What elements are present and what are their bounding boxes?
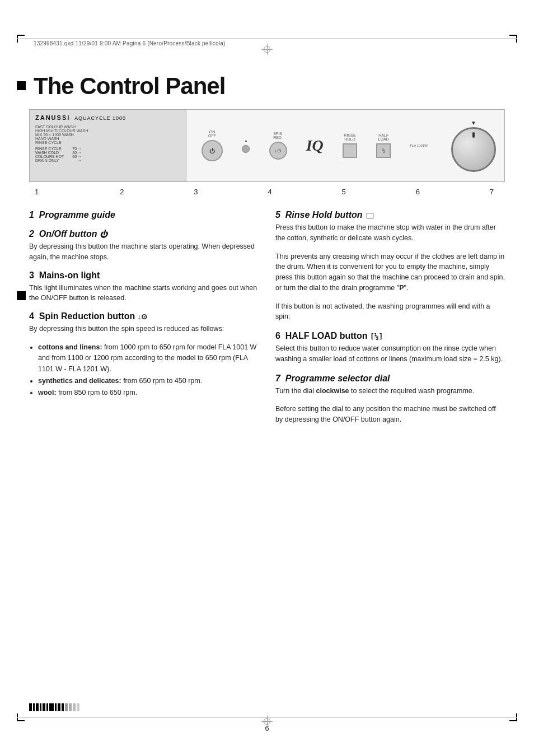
corner-mark-tl (17, 35, 25, 43)
section-7-body1: Turn the dial clockwise to select the re… (275, 386, 505, 396)
registration-square-mid (17, 291, 26, 300)
page-title: The Control Panel (34, 73, 225, 100)
right-column: 5 Rinse Hold button Press this button to… (275, 210, 505, 434)
section-2: 2 On/Off button ⏻ By depressing this but… (29, 229, 259, 263)
section-5-title: 5 Rinse Hold button (275, 210, 505, 220)
section-6: 6 HALF LOAD button [½] Select this butto… (275, 331, 505, 365)
panel-onoff-button[interactable]: ⏻ (202, 140, 223, 161)
panel-number-labels: 1 2 3 4 5 6 7 (29, 188, 505, 196)
panel-label-5: 5 (342, 188, 346, 196)
barcode-strip (29, 703, 79, 711)
dial-indicator (472, 132, 475, 138)
section-2-title: 2 On/Off button ⏻ (29, 229, 259, 239)
programme-dial[interactable] (451, 127, 496, 172)
section-5-body2: This prevents any creasing which may occ… (275, 251, 505, 293)
section-1-title: 1 Programme guide (29, 210, 259, 220)
panel-left-content: FAST COLOUR WASH HIGH MULTI COLOUR WASH … (35, 123, 180, 162)
top-crosshair (261, 44, 273, 55)
panel-rinsehold-button[interactable] (343, 143, 357, 158)
rinse-hold-icon (367, 213, 373, 218)
onoff-icon: ⏻ (100, 230, 107, 239)
section-3-body: This light illuminates when the machine … (29, 283, 259, 304)
main-content: 1 Programme guide 2 On/Off button ⏻ By d… (29, 210, 505, 434)
section-7-title: 7 Programme selector dial (275, 374, 505, 384)
section-4-title: 4 Spin Reduction button ↓⊙ (29, 311, 259, 321)
panel-mains-light (242, 145, 250, 153)
section-6-body: Select this button to reduce water consu… (275, 343, 505, 365)
panel-label-2: 2 (120, 188, 124, 196)
section-7: 7 Programme selector dial Turn the dial … (275, 374, 505, 425)
panel-label-3: 3 (194, 188, 198, 196)
section-3: 3 Mains-on light This light illuminates … (29, 270, 259, 304)
panel-right-dial: ▼ (443, 110, 504, 181)
panel-label-7: 7 (490, 188, 494, 196)
section-1: 1 Programme guide (29, 210, 259, 220)
section-5-body3: If this button is not activated, the was… (275, 301, 505, 323)
bullet-synthetics: synthetics and delicates: from 650 rpm t… (38, 376, 259, 386)
meta-line: 132998431.qxd 11/29/01 9:00 AM Pagina 6 … (34, 40, 226, 46)
panel-label-4: 4 (268, 188, 271, 196)
panel-spin-button[interactable]: ↓⊙ (269, 142, 287, 160)
section-2-body: By depressing this button the machine st… (29, 241, 259, 263)
registration-square-top (17, 81, 26, 90)
control-panel-image: ZANUSSI AQUACYCLE 1000 FAST COLOUR WASH … (29, 109, 505, 182)
panel-iq-logo: IQ (306, 137, 324, 155)
top-divider (17, 38, 517, 39)
section-5-body1: Press this button to make the machine st… (275, 222, 505, 244)
spin-icon: ↓⊙ (138, 312, 148, 321)
section-7-body2: Before setting the dial to any position … (275, 404, 505, 425)
section-5: 5 Rinse Hold button Press this button to… (275, 210, 505, 322)
section-4-intro: By depressing this button the spin speed… (29, 324, 259, 334)
bullet-wool: wool: from 850 rpm to 650 rpm. (38, 388, 259, 398)
panel-halfload-button[interactable]: ½ (376, 143, 391, 158)
section-6-title: 6 HALF LOAD button [½] (275, 331, 505, 341)
bullet-cottons: cottons and linens: from 1000 rpm to 650… (38, 342, 259, 375)
panel-label-1: 1 (35, 188, 39, 196)
panel-label-6: 6 (416, 188, 420, 196)
left-column: 1 Programme guide 2 On/Off button ⏻ By d… (29, 210, 259, 434)
section-4-bullets: cottons and linens: from 1000 rpm to 650… (38, 342, 259, 399)
section-3-title: 3 Mains-on light (29, 270, 259, 281)
panel-left-section: ZANUSSI AQUACYCLE 1000 FAST COLOUR WASH … (30, 110, 186, 181)
panel-brand: ZANUSSI AQUACYCLE 1000 (35, 114, 180, 121)
corner-mark-tr (509, 35, 517, 43)
bottom-crosshair (261, 716, 273, 727)
halfload-icon: [½] (370, 332, 383, 340)
panel-middle-section: ONOFF ⏻ ● SPINRED. ↓⊙ IQ RINSEHOLD (186, 110, 443, 181)
section-4: 4 Spin Reduction button ↓⊙ By depressing… (29, 311, 259, 399)
